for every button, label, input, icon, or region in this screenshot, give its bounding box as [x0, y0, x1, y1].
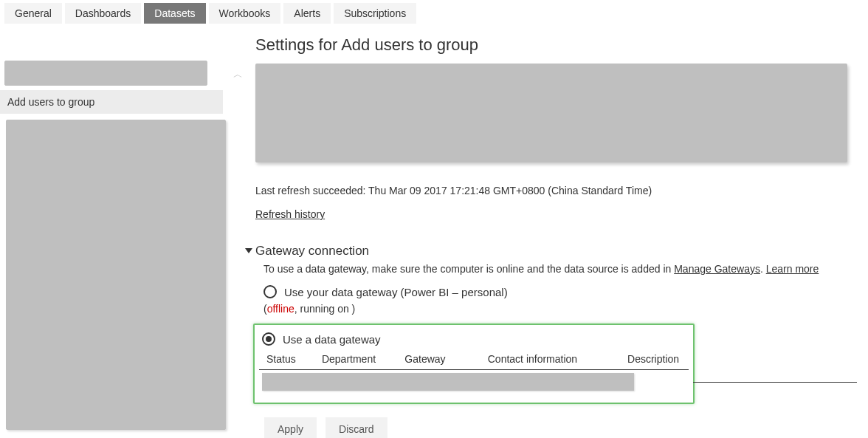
- tab-workbooks[interactable]: Workbooks: [209, 3, 281, 24]
- col-department: Department: [322, 353, 404, 365]
- content-pane: Settings for Add users to group Last ref…: [236, 24, 868, 437]
- refresh-history-link[interactable]: Refresh history: [255, 208, 325, 220]
- tab-general[interactable]: General: [4, 3, 62, 24]
- tab-dashboards[interactable]: Dashboards: [65, 3, 142, 24]
- col-description: Description: [627, 353, 681, 365]
- col-status: Status: [266, 353, 322, 365]
- tab-datasets[interactable]: Datasets: [144, 3, 205, 24]
- discard-button[interactable]: Discard: [326, 417, 387, 438]
- radio-data-gateway-label: Use a data gateway: [283, 333, 381, 346]
- col-contact: Contact information: [488, 353, 627, 365]
- apply-button[interactable]: Apply: [264, 417, 317, 438]
- sidebar-redacted-list: [6, 120, 226, 430]
- offline-text: offline: [267, 303, 294, 315]
- radio-data-gateway[interactable]: Use a data gateway: [262, 332, 689, 346]
- table-divider-extension: [693, 382, 857, 383]
- tab-bar: General Dashboards Datasets Workbooks Al…: [0, 0, 868, 24]
- collapse-icon[interactable]: [245, 248, 252, 253]
- tab-subscriptions[interactable]: Subscriptions: [334, 3, 416, 24]
- sidebar: Add users to group ︿: [0, 24, 236, 437]
- sidebar-item-add-users[interactable]: Add users to group: [0, 90, 223, 114]
- offline-status: (offline, running on ): [264, 303, 855, 315]
- col-gateway: Gateway: [404, 353, 487, 365]
- radio-personal-gateway[interactable]: Use your data gateway (Power BI – person…: [264, 285, 855, 298]
- gateway-selection-highlight: Use a data gateway Status Department Gat…: [253, 324, 695, 404]
- section-title: Gateway connection: [255, 244, 369, 259]
- action-buttons: Apply Discard: [264, 417, 855, 438]
- section-header-gateway[interactable]: Gateway connection: [245, 244, 855, 259]
- section-description: To use a data gateway, make sure the com…: [264, 263, 855, 275]
- radio-personal-label: Use your data gateway (Power BI – person…: [284, 286, 508, 298]
- gateway-table-header: Status Department Gateway Contact inform…: [259, 353, 689, 370]
- page-title: Settings for Add users to group: [255, 35, 855, 55]
- table-row-redacted[interactable]: [262, 373, 634, 391]
- last-refresh-text: Last refresh succeeded: Thu Mar 09 2017 …: [255, 185, 855, 196]
- tab-alerts[interactable]: Alerts: [283, 3, 331, 24]
- radio-icon-unselected[interactable]: [264, 285, 277, 298]
- radio-icon-selected[interactable]: [262, 332, 275, 346]
- sidebar-redacted-top: [4, 61, 207, 86]
- redacted-banner: [255, 64, 847, 162]
- learn-more-link[interactable]: Learn more: [766, 263, 819, 275]
- manage-gateways-link[interactable]: Manage Gateways: [674, 263, 760, 275]
